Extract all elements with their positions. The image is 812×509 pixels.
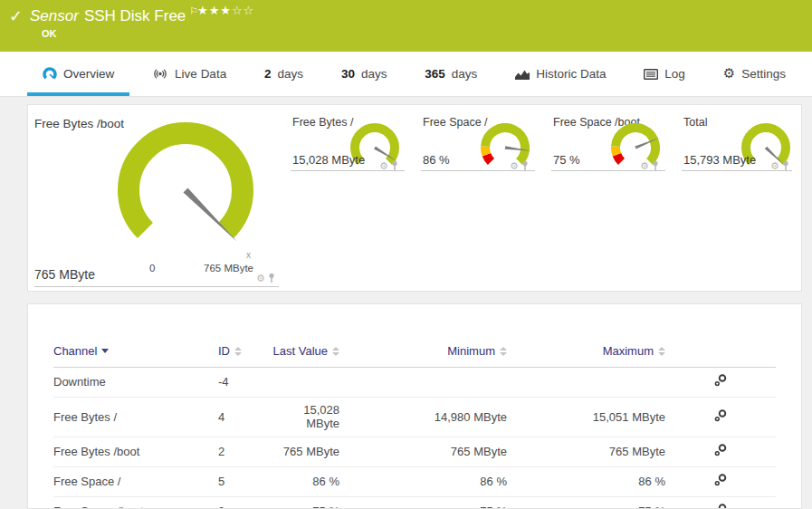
column-header-maximum[interactable]: Maximum (507, 341, 665, 368)
channel-name: Downtime (53, 368, 218, 398)
divider (291, 170, 405, 171)
gauge-needle-tip-mark: x (246, 250, 251, 260)
column-header-minimum[interactable]: Minimum (339, 341, 507, 368)
tab-label: Settings (741, 67, 786, 81)
gauge-scale-max: 765 MByte (204, 263, 253, 274)
tab-365-days[interactable]: 365 days (409, 52, 492, 96)
divider (682, 170, 792, 171)
sensor-title-prefix: Sensor (30, 7, 79, 24)
minimum-value: 75 % (339, 497, 507, 509)
tab-bar: Overview Live Data 2 days 30 days 365 da… (0, 52, 812, 97)
channel-id: 5 (218, 467, 269, 497)
column-header-actions (665, 341, 776, 368)
gauge-title: Free Space / (423, 116, 488, 129)
column-header-channel[interactable]: Channel (53, 341, 218, 368)
gauge-current-value: 75 % (553, 153, 580, 167)
channel-settings-icon[interactable] (713, 408, 728, 426)
sort-icon (658, 347, 665, 356)
column-label: Channel (53, 344, 97, 358)
minimum-value: 765 MByte (339, 437, 507, 467)
gauge-settings-icon[interactable]: ⚙ (379, 161, 388, 171)
channel-table-panel: Channel ID Last Value Minimum Maximum Do… (27, 303, 802, 509)
channel-settings-icon[interactable] (713, 503, 728, 509)
channel-settings-icon[interactable] (713, 443, 728, 460)
sensor-name: SSH Disk Free (84, 7, 186, 24)
main-gauge-chart (118, 122, 253, 258)
area-chart-icon (515, 68, 530, 80)
tab-30-days[interactable]: 30 days (326, 52, 403, 96)
last-value: 75 % (269, 497, 339, 509)
channel-name: Free Space / (53, 467, 218, 497)
gauge-current-value: 15,793 MByte (683, 153, 756, 167)
channel-id: 2 (218, 437, 269, 467)
gauge-current-value: 86 % (423, 153, 450, 167)
gauge-title: Total (683, 116, 707, 129)
priority-stars[interactable]: ★★★☆☆ (197, 4, 254, 17)
tab-historic-data[interactable]: Historic Data (500, 52, 621, 96)
gear-icon: ⚙ (723, 67, 735, 81)
tab-label: Overview (63, 67, 114, 81)
column-label: Maximum (603, 344, 654, 358)
tab-label: days (361, 67, 387, 81)
tab-settings[interactable]: ⚙ Settings (708, 52, 801, 96)
tab-overview[interactable]: Overview (27, 52, 129, 96)
table-row-free-space-root: Free Space / 5 86 % 86 % 86 % (53, 467, 776, 497)
tab-log[interactable]: Log (628, 52, 701, 96)
channel-id: 3 (218, 497, 269, 509)
sort-desc-icon (101, 349, 109, 353)
gauge-current-value: 15,028 MByte (292, 153, 365, 167)
channel-name: Free Bytes /boot (53, 437, 218, 467)
sensor-title: SensorSSH Disk Free⚐ (30, 5, 198, 25)
sensor-status-bar: ✓ SensorSSH Disk Free⚐ ★★★☆☆ OK (0, 0, 812, 52)
column-header-last-value[interactable]: Last Value (269, 341, 339, 368)
column-label: ID (218, 344, 230, 358)
column-label: Last Value (273, 344, 328, 358)
gauge-settings-icon[interactable]: ⚙ (256, 274, 265, 283)
sort-icon (234, 347, 242, 356)
channel-name: Free Bytes / (53, 398, 218, 437)
channel-settings-icon[interactable] (713, 373, 728, 390)
channel-name: Free Space /boot (53, 497, 218, 509)
pin-icon[interactable] (267, 273, 276, 283)
gauge-panel: Free Bytes /boot x 0 765 MByte 765 MByte… (27, 104, 802, 292)
tab-label: days (452, 67, 478, 81)
gauge-settings-icon[interactable]: ⚙ (770, 161, 779, 171)
table-header-row: Channel ID Last Value Minimum Maximum (53, 341, 776, 368)
divider (34, 286, 279, 287)
last-value: 765 MByte (269, 437, 339, 467)
live-data-icon (152, 68, 168, 80)
tab-number: 30 (341, 67, 355, 81)
channel-id: 4 (218, 398, 269, 437)
table-row-free-bytes-root: Free Bytes / 4 15,028 MByte 14,980 MByte… (53, 398, 776, 437)
tab-label: days (278, 67, 304, 81)
sort-icon (332, 347, 339, 356)
minimum-value: 14,980 MByte (339, 398, 507, 437)
gauge-current-value: 765 MByte (34, 267, 95, 282)
status-badge: OK (42, 28, 57, 39)
tab-number: 365 (425, 67, 445, 81)
gauge-title: Free Bytes / (292, 116, 353, 129)
last-value: 86 % (269, 467, 339, 497)
column-label: Minimum (447, 344, 495, 358)
divider (551, 170, 665, 171)
column-header-id[interactable]: ID (218, 341, 269, 368)
tab-2-days[interactable]: 2 days (249, 52, 319, 96)
maximum-value: 15,051 MByte (507, 398, 665, 437)
tab-live-data[interactable]: Live Data (137, 52, 242, 96)
channel-id: -4 (218, 368, 269, 398)
gauge-scale-min: 0 (149, 263, 155, 274)
tab-label: Live Data (175, 67, 226, 81)
gauge-settings-icon[interactable]: ⚙ (640, 161, 649, 171)
channel-settings-icon[interactable] (713, 473, 728, 490)
gauge-icon (43, 67, 57, 82)
minimum-value: 86 % (339, 467, 507, 497)
log-list-icon (644, 69, 658, 80)
maximum-value: 86 % (507, 467, 665, 497)
table-row-free-space-boot: Free Space /boot 3 75 % 75 % 75 % (53, 497, 776, 509)
last-value: 15,028 MByte (269, 398, 339, 437)
tab-label: Historic Data (536, 67, 606, 81)
maximum-value: 75 % (507, 497, 665, 509)
gauge-settings-icon[interactable]: ⚙ (510, 161, 519, 171)
gauge-title: Free Bytes /boot (34, 117, 124, 130)
gauge-action-icons[interactable]: ⚙ (256, 273, 276, 283)
